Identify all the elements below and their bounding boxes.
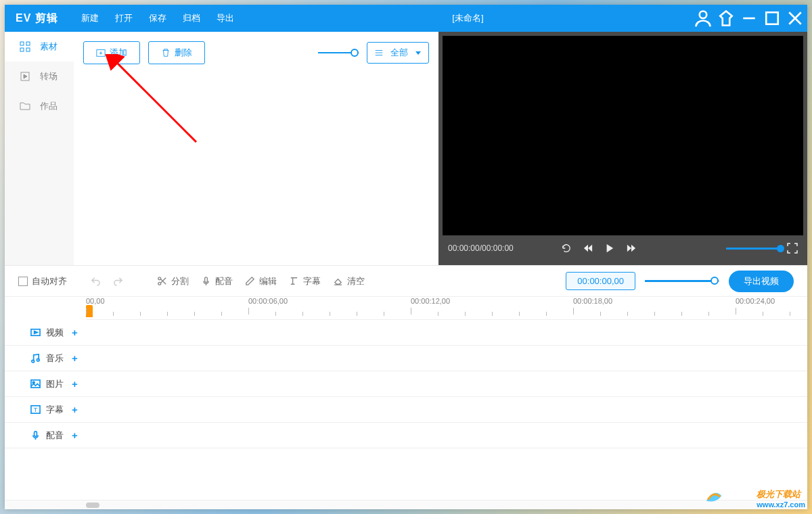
svg-marker-20: [607, 244, 614, 252]
add-music-track[interactable]: +: [72, 352, 78, 364]
maximize-button[interactable]: [763, 9, 782, 28]
preview-video[interactable]: [443, 36, 803, 235]
track-voice[interactable]: 配音+: [5, 423, 807, 448]
rewind-icon[interactable]: [583, 243, 593, 253]
clear-button[interactable]: 清空: [333, 275, 365, 287]
fullscreen-icon[interactable]: [787, 243, 798, 254]
menu-save[interactable]: 保存: [141, 12, 175, 24]
add-video-track[interactable]: +: [72, 327, 78, 338]
svg-marker-10: [24, 74, 27, 78]
track-image[interactable]: 图片+: [5, 371, 807, 397]
svg-rect-5: [20, 42, 24, 45]
svg-point-29: [37, 358, 39, 361]
export-video-button[interactable]: 导出视频: [729, 271, 794, 292]
svg-rect-8: [26, 48, 30, 51]
svg-point-28: [32, 360, 35, 363]
auto-align-checkbox[interactable]: 自动对齐: [18, 275, 67, 287]
skin-icon[interactable]: [717, 9, 736, 28]
asset-zoom-slider[interactable]: [318, 52, 359, 53]
ruler[interactable]: 00,0000:00:06,0000:00:12,0000:00:18,0000…: [5, 297, 807, 320]
preview-panel: 00:00:00/00:00:00: [438, 32, 807, 265]
volume-slider[interactable]: [726, 248, 780, 250]
chevron-down-icon: [415, 49, 422, 56]
track-music[interactable]: 音乐+: [5, 346, 807, 371]
menu-archive[interactable]: 归档: [175, 12, 208, 24]
add-image-track[interactable]: +: [72, 378, 78, 390]
user-icon[interactable]: [694, 9, 713, 28]
track-video[interactable]: 视频+: [5, 320, 807, 346]
edit-button[interactable]: 编辑: [245, 275, 277, 287]
watermark: 极光下载站 www.xz7.com: [757, 488, 805, 509]
svg-marker-27: [35, 331, 38, 334]
close-button[interactable]: [786, 9, 805, 28]
split-button[interactable]: 分割: [157, 275, 189, 287]
nav-transitions[interactable]: 转场: [5, 62, 74, 91]
redo-button[interactable]: [113, 276, 123, 286]
minimize-button[interactable]: [740, 9, 759, 28]
svg-point-24: [158, 282, 161, 285]
voice-button[interactable]: 配音: [201, 275, 233, 287]
left-nav: 素材 转场 作品: [5, 32, 74, 265]
add-subtitle-track[interactable]: +: [72, 404, 78, 415]
svg-marker-18: [584, 245, 588, 252]
undo-button[interactable]: [91, 276, 101, 286]
filter-dropdown[interactable]: 全部: [367, 42, 429, 64]
tracks: 视频+ 音乐+ 图片+ T字幕+ 配音+: [5, 320, 807, 500]
svg-rect-2: [766, 12, 778, 24]
app-logo: EV 剪辑: [16, 11, 58, 26]
nav-works[interactable]: 作品: [5, 91, 74, 121]
menu-export[interactable]: 导出: [208, 12, 242, 24]
asset-panel: 添加 删除 全部: [74, 32, 438, 265]
nav-assets[interactable]: 素材: [5, 32, 74, 62]
svg-marker-21: [627, 245, 631, 252]
horizontal-scrollbar[interactable]: [5, 500, 807, 509]
titlebar: EV 剪辑 新建 打开 保存 归档 导出 [未命名]: [5, 5, 807, 32]
preview-time: 00:00:00/00:00:00: [448, 243, 514, 253]
timeline-time: 00:00:00,00: [566, 272, 635, 290]
loop-icon[interactable]: [562, 243, 571, 253]
timeline-toolbar: 自动对齐 分割 配音 编辑 字幕 清空 00:00:00,00 导出视频: [5, 266, 807, 297]
svg-rect-6: [26, 42, 30, 45]
watermark-logo: [704, 486, 724, 506]
subtitle-button[interactable]: 字幕: [289, 275, 321, 287]
svg-point-0: [700, 11, 707, 19]
asset-area[interactable]: [83, 71, 429, 256]
delete-button[interactable]: 删除: [148, 41, 205, 64]
svg-rect-25: [205, 277, 208, 283]
project-title: [未命名]: [242, 12, 694, 24]
menu-new[interactable]: 新建: [73, 12, 107, 24]
add-voice-track[interactable]: +: [72, 429, 78, 441]
play-icon[interactable]: [605, 243, 614, 253]
svg-rect-7: [20, 48, 24, 51]
menu-open[interactable]: 打开: [107, 12, 141, 24]
svg-text:T: T: [34, 406, 38, 413]
svg-marker-22: [631, 245, 635, 252]
forward-icon[interactable]: [627, 243, 636, 253]
svg-marker-19: [588, 245, 592, 252]
track-subtitle[interactable]: T字幕+: [5, 397, 807, 423]
svg-marker-17: [415, 51, 421, 55]
svg-rect-34: [35, 431, 37, 437]
svg-point-23: [158, 277, 161, 280]
add-button[interactable]: 添加: [83, 41, 140, 64]
timeline-zoom-slider[interactable]: [645, 280, 719, 282]
